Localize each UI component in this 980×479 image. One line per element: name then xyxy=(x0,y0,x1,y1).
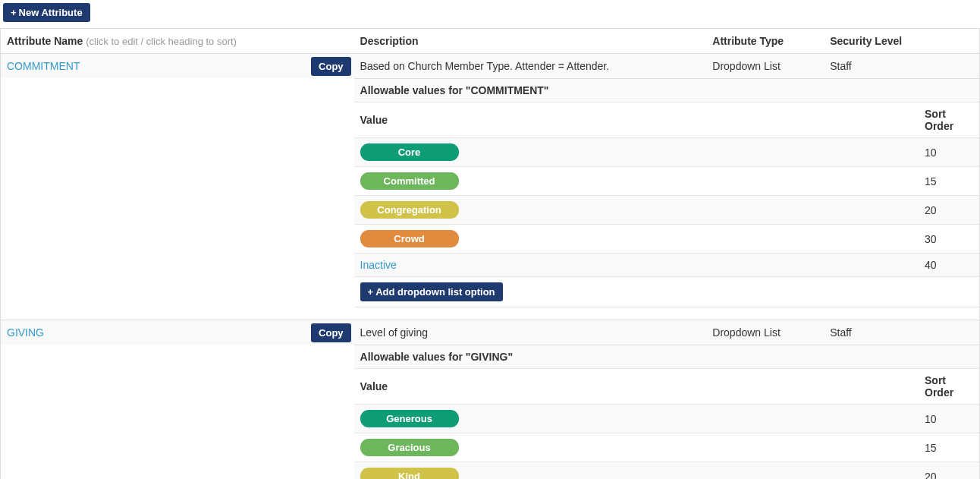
attribute-name-cell: COMMITMENTCopy xyxy=(1,54,354,79)
detail-spacer xyxy=(1,78,354,320)
table-row: COMMITMENTCopyBased on Church Member Typ… xyxy=(1,54,980,79)
attribute-security: Staff xyxy=(824,54,979,79)
header-security[interactable]: Security Level xyxy=(824,29,979,54)
value-sort-order: 10 xyxy=(919,405,979,433)
add-dropdown-option-button[interactable]: +Add dropdown list option xyxy=(360,282,503,301)
allowable-values-table: Allowable values for "COMMITMENT"ValueSo… xyxy=(354,78,979,307)
inner-header-sortorder: Sort Order xyxy=(919,102,979,138)
empty-cell xyxy=(919,277,979,307)
detail-cell: Allowable values for "COMMITMENT"ValueSo… xyxy=(354,78,980,320)
value-cell: Committed xyxy=(354,167,919,196)
attribute-type: Dropdown List xyxy=(706,320,824,345)
attribute-name-cell: GIVINGCopy xyxy=(1,320,354,345)
value-sort-order: 15 xyxy=(919,433,979,462)
value-pill[interactable]: Crowd xyxy=(360,230,459,247)
header-type[interactable]: Attribute Type xyxy=(706,29,824,54)
attribute-detail-row: Allowable values for "GIVING"ValueSort O… xyxy=(1,345,980,479)
attribute-name-link[interactable]: GIVING xyxy=(7,326,44,339)
detail-spacer xyxy=(1,345,354,479)
value-row: Crowd30 xyxy=(354,225,979,254)
value-pill[interactable]: Gracious xyxy=(360,439,459,456)
value-link[interactable]: Inactive xyxy=(360,259,397,271)
add-option-cell: +Add dropdown list option xyxy=(354,277,919,307)
inner-header-sortorder: Sort Order xyxy=(919,369,979,405)
value-cell: Core xyxy=(354,138,919,167)
value-row: Inactive40 xyxy=(354,254,979,277)
plus-icon: + xyxy=(11,7,17,18)
value-row: Congregation20 xyxy=(354,196,979,225)
value-sort-order: 20 xyxy=(919,196,979,225)
value-cell: Inactive xyxy=(354,254,919,277)
allowable-values-title: Allowable values for "COMMITMENT" xyxy=(354,79,979,102)
value-pill[interactable]: Generous xyxy=(360,410,459,427)
inner-header-value: Value xyxy=(354,369,919,405)
allowable-values-title: Allowable values for "GIVING" xyxy=(354,345,979,369)
add-option-label: Add dropdown list option xyxy=(375,286,495,298)
copy-button[interactable]: Copy xyxy=(311,57,351,76)
value-row: Generous10 xyxy=(354,405,979,433)
value-row: Committed15 xyxy=(354,167,979,196)
value-pill[interactable]: Kind xyxy=(360,468,459,479)
value-cell: Gracious xyxy=(354,433,919,462)
new-attribute-button[interactable]: +New Attribute xyxy=(3,3,90,22)
plus-icon: + xyxy=(368,286,374,298)
value-pill[interactable]: Congregation xyxy=(360,201,459,219)
attribute-detail-row: Allowable values for "COMMITMENT"ValueSo… xyxy=(1,78,980,320)
attributes-table: Attribute Name (click to edit / click he… xyxy=(0,28,980,479)
value-cell: Congregation xyxy=(354,196,919,225)
inner-header-value: Value xyxy=(354,102,919,138)
attribute-description: Level of giving xyxy=(354,320,707,345)
value-row: Core10 xyxy=(354,138,979,167)
attribute-name-link[interactable]: COMMITMENT xyxy=(7,60,80,72)
value-sort-order: 40 xyxy=(919,254,979,277)
table-header-row: Attribute Name (click to edit / click he… xyxy=(1,29,980,54)
header-description[interactable]: Description xyxy=(354,29,707,54)
value-sort-order: 10 xyxy=(919,138,979,167)
copy-button[interactable]: Copy xyxy=(311,323,351,342)
new-attribute-label: New Attribute xyxy=(19,7,83,18)
value-cell: Crowd xyxy=(354,225,919,254)
allowable-values-table: Allowable values for "GIVING"ValueSort O… xyxy=(354,345,979,479)
value-sort-order: 15 xyxy=(919,167,979,196)
table-row: GIVINGCopyLevel of givingDropdown ListSt… xyxy=(1,320,980,345)
header-name[interactable]: Attribute Name (click to edit / click he… xyxy=(1,29,354,54)
value-pill[interactable]: Committed xyxy=(360,172,459,190)
value-sort-order: 20 xyxy=(919,462,979,480)
attribute-description: Based on Church Member Type. Attender = … xyxy=(354,54,707,79)
value-cell: Kind xyxy=(354,462,919,480)
attribute-security: Staff xyxy=(824,320,979,345)
header-name-hint: (click to edit / click heading to sort) xyxy=(86,36,237,47)
value-row: Gracious15 xyxy=(354,433,979,462)
value-pill[interactable]: Core xyxy=(360,143,459,161)
value-sort-order: 30 xyxy=(919,225,979,254)
value-cell: Generous xyxy=(354,405,919,433)
attribute-type: Dropdown List xyxy=(706,54,824,79)
value-row: Kind20 xyxy=(354,462,979,480)
detail-cell: Allowable values for "GIVING"ValueSort O… xyxy=(354,345,980,479)
